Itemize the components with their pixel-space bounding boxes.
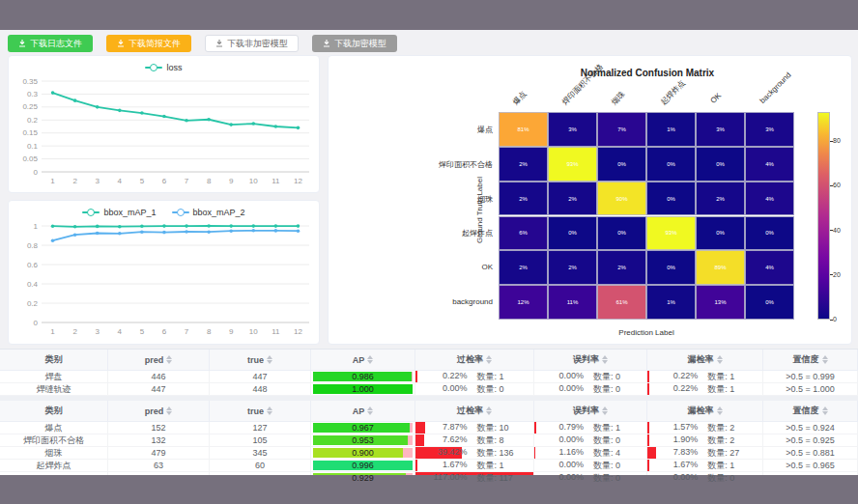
class-name-cell: 爆点 (0, 422, 108, 434)
sort-caret-icon[interactable] (166, 355, 172, 364)
column-header-置信度[interactable]: 置信度 (763, 350, 858, 371)
map-chart-card: bbox_mAP_1bbox_mAP_2 00.20.40.60.8112345… (8, 200, 320, 345)
rate-value: 0.00% (548, 383, 584, 396)
download-unencrypted-model-button[interactable]: 下载非加密模型 (205, 35, 299, 52)
column-header-label: true (247, 406, 264, 416)
sort-caret-icon[interactable] (267, 355, 272, 364)
ap-value: 0.967 (352, 423, 374, 433)
column-header-误判率[interactable]: 误判率 (534, 401, 647, 422)
rate-count: 数量: 0 (593, 460, 620, 472)
download-log-button[interactable]: 下载日志文件 (8, 35, 93, 52)
rate-value: 1.67% (661, 460, 698, 472)
confusion-matrix-col-label: 烟珠 (609, 89, 627, 107)
colorbar-tick-label: 80 (833, 137, 841, 144)
svg-text:3: 3 (95, 177, 100, 185)
sort-caret-icon[interactable] (602, 406, 608, 415)
confusion-matrix-cell: 93% (646, 216, 696, 251)
column-header-label: 置信度 (793, 353, 819, 366)
svg-text:12: 12 (294, 327, 302, 336)
ap-cell: 1.000 (311, 383, 415, 396)
top-window-band (0, 0, 858, 30)
rate-cell: 7.83%数量: 27 (647, 447, 763, 460)
sort-caret-icon[interactable] (486, 406, 492, 415)
confusion-matrix-col-label: 爆点 (510, 89, 529, 107)
column-header-pred[interactable]: pred (108, 350, 210, 371)
confusion-matrix-row-label: 爆点 (329, 125, 493, 135)
svg-text:4: 4 (118, 327, 123, 336)
ap-cell: 0.967 (311, 422, 415, 434)
column-header-label: 过检率 (457, 353, 483, 366)
legend-line-marker-icon (172, 209, 189, 216)
column-header-pred[interactable]: pred (108, 401, 210, 422)
svg-text:6: 6 (162, 177, 167, 185)
sort-caret-icon[interactable] (267, 406, 272, 415)
legend-item-bbox_mAP_2[interactable]: bbox_mAP_2 (172, 207, 245, 218)
confusion-matrix-cell: 2% (696, 182, 745, 216)
column-header-误判率[interactable]: 误判率 (534, 350, 647, 371)
class-name-cell: 焊缝轨迹 (0, 383, 108, 396)
svg-text:0: 0 (34, 319, 39, 327)
column-header-过检率[interactable]: 过检率 (415, 350, 534, 371)
sort-caret-icon[interactable] (367, 355, 373, 364)
sort-caret-icon[interactable] (717, 406, 723, 415)
loss-chart-legend: loss (9, 62, 319, 73)
column-header-true[interactable]: true (210, 350, 311, 371)
rate-cell: 1.90%数量: 2 (647, 434, 763, 447)
download-report-button[interactable]: 下载简报文件 (106, 35, 191, 52)
rate-count: 数量: 27 (707, 447, 739, 460)
rate-value: 1.67% (429, 460, 467, 472)
column-header-类别: 类别 (0, 401, 108, 422)
confusion-matrix-col-label: 起焊炸点 (658, 78, 687, 107)
column-header-AP[interactable]: AP (311, 350, 415, 371)
confidence-cell: >0.5 = 0.965 (763, 460, 858, 472)
legend-item-loss[interactable]: loss (145, 62, 182, 73)
rate-cell: 0.00%数量: 0 (415, 383, 534, 396)
table-row: 焊缝轨迹4474481.0000.00%数量: 00.00%数量: 00.22%… (0, 383, 858, 396)
rate-cell: 39.42%数量: 136 (415, 447, 534, 460)
rate-value: 0.22% (661, 371, 698, 383)
rate-value: 0.00% (548, 460, 584, 472)
loss-chart-card: loss 00.050.10.150.20.250.30.35123456789… (8, 55, 320, 193)
column-header-label: true (247, 355, 264, 365)
sort-caret-icon[interactable] (166, 406, 172, 415)
column-header-AP[interactable]: AP (311, 401, 415, 422)
sort-caret-icon[interactable] (822, 355, 828, 364)
download-icon (215, 40, 223, 47)
sort-caret-icon[interactable] (367, 406, 373, 415)
svg-text:0.15: 0.15 (22, 128, 38, 137)
rate-count: 数量: 136 (476, 447, 513, 460)
sort-caret-icon[interactable] (822, 406, 828, 415)
column-header-label: 误判率 (573, 353, 599, 366)
rate-cell: 0.22%数量: 1 (647, 383, 763, 396)
confusion-matrix-cell: 0% (646, 147, 696, 182)
column-header-漏检率[interactable]: 漏检率 (647, 350, 763, 371)
rate-count: 数量: 8 (476, 434, 503, 447)
confusion-matrix-cell: 2% (548, 250, 597, 285)
download-encrypted-model-button[interactable]: 下载加密模型 (312, 35, 397, 52)
sort-caret-icon[interactable] (486, 355, 492, 364)
rate-count: 数量: 1 (707, 460, 734, 472)
confusion-matrix-cell: 0% (696, 147, 745, 182)
rate-count: 数量: 0 (593, 371, 620, 383)
rate-cell: 0.00%数量: 0 (534, 371, 647, 383)
svg-text:2: 2 (72, 177, 77, 185)
column-header-true[interactable]: true (210, 401, 311, 422)
column-header-置信度[interactable]: 置信度 (763, 401, 858, 422)
download-encrypted-model-label: 下载加密模型 (334, 38, 386, 50)
table-row: 起焊炸点63600.9961.67%数量: 10.00%数量: 01.67%数量… (0, 460, 858, 472)
rate-cell: 0.79%数量: 1 (534, 422, 647, 434)
true-cell: 60 (210, 460, 311, 472)
download-icon (117, 40, 125, 47)
ap-value: 0.900 (352, 448, 374, 458)
rate-value: 7.87% (429, 422, 467, 434)
column-header-label: AP (353, 406, 365, 416)
column-header-过检率[interactable]: 过检率 (415, 401, 534, 422)
confusion-matrix-row-label: 烟珠 (329, 194, 493, 205)
confusion-matrix-cell: 12% (499, 285, 548, 320)
column-header-漏检率[interactable]: 漏检率 (647, 401, 763, 422)
true-cell: 105 (210, 434, 311, 447)
true-cell: 447 (210, 371, 311, 383)
legend-item-bbox_mAP_1[interactable]: bbox_mAP_1 (82, 207, 156, 218)
sort-caret-icon[interactable] (717, 355, 723, 364)
sort-caret-icon[interactable] (602, 355, 608, 364)
